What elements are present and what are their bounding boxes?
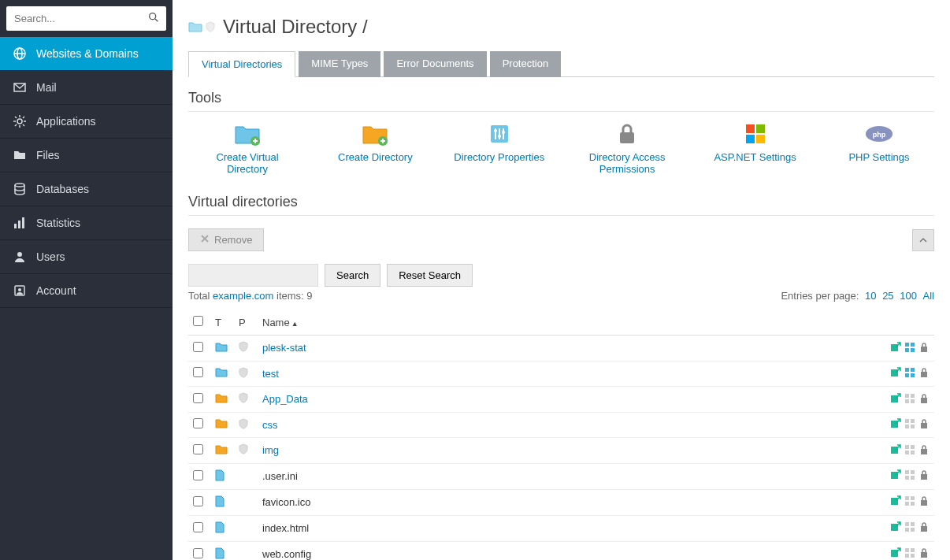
tool-label: Create Directory [338,151,413,163]
sidebar-item-mail[interactable]: Mail [0,71,173,105]
action-lock-icon[interactable] [918,495,930,507]
svg-rect-69 [905,496,909,500]
svg-rect-85 [921,552,927,558]
svg-point-13 [18,288,21,291]
col-perm[interactable]: P [234,310,258,336]
row-checkbox[interactable] [193,418,203,428]
row-checkbox[interactable] [193,367,203,377]
svg-rect-45 [905,394,909,398]
pagesize-all[interactable]: All [923,290,934,302]
search-icon[interactable] [147,11,160,27]
folder-icon [13,148,27,162]
filter-input[interactable] [188,264,318,287]
svg-rect-64 [911,470,915,474]
svg-rect-81 [905,548,909,552]
svg-point-20 [494,129,497,132]
action-open-icon[interactable] [889,469,901,481]
pagesize-100[interactable]: 100 [900,290,917,302]
sidebar-item-label: Mail [36,81,57,94]
action-open-icon[interactable] [889,367,901,379]
tab-protection[interactable]: Protection [490,51,562,77]
action-open-icon[interactable] [889,521,901,533]
collapse-button[interactable] [912,229,934,251]
svg-point-22 [502,131,505,134]
pagesize-25[interactable]: 25 [882,290,893,302]
action-grid-icon [904,392,915,404]
remove-button[interactable]: Remove [188,228,264,251]
row-name[interactable]: img [262,444,279,456]
action-grid-icon[interactable] [904,367,915,379]
sidebar-item-databases[interactable]: Databases [0,172,173,206]
sliders-icon [485,121,514,146]
tool-directory-properties[interactable]: Directory Properties [452,121,547,175]
tool-directory-access-permissions[interactable]: Directory Access Permissions [576,121,678,175]
table-row: index.html [188,515,934,541]
tab-mime-types[interactable]: MIME Types [299,51,380,77]
sidebar-item-statistics[interactable]: Statistics [0,206,173,240]
tab-error-documents[interactable]: Error Documents [384,51,486,77]
action-lock-icon[interactable] [918,547,930,559]
filter-reset-button[interactable]: Reset Search [387,264,473,287]
row-checkbox[interactable] [193,470,203,480]
action-open-icon[interactable] [889,418,901,430]
tab-virtual-directories[interactable]: Virtual Directories [188,51,295,77]
tool-create-virtual-directory[interactable]: Create Virtual Directory [196,121,299,175]
svg-point-21 [498,135,501,138]
filter-search-button[interactable]: Search [325,264,380,287]
action-open-icon[interactable] [889,547,901,559]
col-type[interactable]: T [210,310,234,336]
action-grid-icon [904,495,915,507]
row-checkbox[interactable] [193,496,203,506]
tool-create-directory[interactable]: Create Directory [328,121,422,175]
tool-label: ASP.NET Settings [714,151,796,163]
row-checkbox[interactable] [193,548,203,558]
col-name[interactable]: Name▲ [258,310,855,336]
pagesize-10[interactable]: 10 [865,290,876,302]
sidebar-item-label: Websites & Domains [36,47,139,60]
row-name[interactable]: plesk-stat [262,342,306,354]
windows-icon [741,121,770,146]
sidebar-item-users[interactable]: Users [0,240,173,274]
row-name[interactable]: App_Data [262,393,308,405]
svg-rect-78 [911,528,915,532]
action-lock-icon[interactable] [918,392,930,404]
account-icon [13,284,27,298]
action-open-icon[interactable] [889,443,901,455]
tool-asp-net-settings[interactable]: ASP.NET Settings [708,121,803,175]
action-lock-icon[interactable] [918,443,930,455]
svg-rect-27 [756,135,765,143]
action-open-icon[interactable] [889,392,901,404]
search-input[interactable] [6,6,166,31]
row-checkbox[interactable] [193,444,203,454]
action-lock-icon[interactable] [918,418,930,430]
total-prefix: Total [188,290,213,302]
action-lock-icon[interactable] [918,521,930,533]
sidebar-item-applications[interactable]: Applications [0,105,173,139]
action-grid-icon[interactable] [904,341,915,353]
row-checkbox[interactable] [193,342,203,352]
svg-rect-26 [746,135,755,143]
row-name[interactable]: css [262,419,278,431]
domain-link[interactable]: example.com [213,290,273,302]
action-lock-icon[interactable] [918,469,930,481]
tabs: Virtual DirectoriesMIME TypesError Docum… [188,50,934,77]
toolbar-row: Remove [188,228,934,251]
svg-rect-71 [905,502,909,506]
row-name[interactable]: test [262,368,279,380]
action-lock-icon[interactable] [918,341,930,353]
sidebar-item-account[interactable]: Account [0,274,173,308]
action-lock-icon[interactable] [918,367,930,379]
table-row: .user.ini [188,463,934,489]
select-all-checkbox[interactable] [193,316,203,326]
row-checkbox[interactable] [193,522,203,532]
sidebar-item-files[interactable]: Files [0,139,173,172]
row-checkbox[interactable] [193,393,203,403]
sidebar-item-label: Users [36,250,65,263]
action-open-icon[interactable] [889,341,901,353]
svg-rect-8 [14,224,17,228]
sidebar-item-websites-domains[interactable]: Websites & Domains [0,37,173,71]
row-name: favicon.ico [262,496,310,508]
action-open-icon[interactable] [889,495,901,507]
tool-php-settings[interactable]: phpPHP Settings [832,121,926,175]
svg-rect-61 [921,449,927,454]
